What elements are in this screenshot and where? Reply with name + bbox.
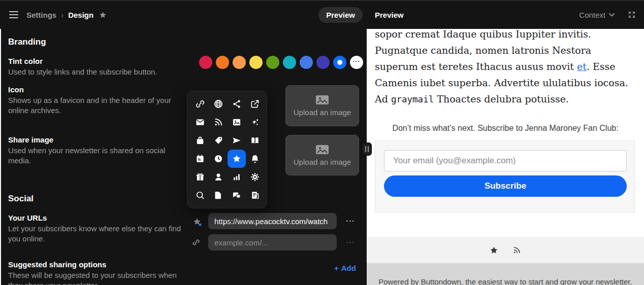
share-image-upload-box[interactable]: Upload an image	[285, 135, 359, 175]
picker-item-clock[interactable]	[209, 150, 228, 168]
email-input[interactable]	[384, 150, 627, 171]
url-input-2[interactable]	[208, 234, 337, 251]
more-colors-button[interactable]: ···	[350, 56, 363, 69]
preview-button[interactable]: Preview	[318, 7, 363, 23]
clock-icon	[213, 154, 223, 164]
picker-item-book-open[interactable]	[246, 131, 264, 150]
tint-swatch-orange[interactable]	[216, 56, 229, 69]
tint-swatch-bright-blue-selected[interactable]	[333, 56, 346, 69]
tint-swatch-yellow[interactable]	[249, 56, 263, 69]
panel-resize-handle[interactable]	[362, 142, 372, 156]
picker-item-envelope[interactable]	[191, 113, 209, 131]
preview-panel: Preview Context sopor cremat Idaque quib…	[367, 1, 644, 285]
picker-item-bell[interactable]	[246, 150, 264, 168]
envelope-icon	[195, 117, 205, 127]
user-icon	[213, 172, 223, 182]
left-edge-highlight	[0, 29, 1, 285]
picker-item-shopping-bag[interactable]	[191, 131, 209, 150]
suggested-sharing-description: These will be suggested to your subscrib…	[8, 270, 183, 285]
tint-swatch-crimson[interactable]	[199, 56, 212, 69]
send-icon	[232, 135, 242, 146]
powered-by-text: Powered by Buttondown, the easiest way t…	[367, 277, 644, 285]
chat-icon	[232, 190, 242, 200]
picker-item-search[interactable]	[191, 186, 209, 204]
picker-item-star-selected[interactable]	[228, 150, 246, 168]
social-heading: Social	[8, 194, 34, 204]
tint-swatch-blue[interactable]	[300, 56, 313, 69]
picker-item-newspaper[interactable]	[246, 186, 264, 204]
picker-item-image[interactable]	[228, 113, 246, 131]
bar-chart-icon	[232, 172, 242, 182]
sparkles-icon	[250, 117, 260, 127]
subscribe-card: Subscribe	[375, 140, 635, 212]
image-placeholder-icon	[315, 145, 329, 155]
picker-item-file[interactable]	[209, 186, 228, 204]
et-link[interactable]: et	[577, 61, 587, 72]
tint-swatch-teal[interactable]	[283, 56, 296, 69]
icon-description: Shows up as a favicon and in the header …	[8, 95, 183, 116]
image-icon	[232, 117, 242, 127]
upload-label: Upload an image	[294, 158, 351, 166]
rss-icon	[213, 117, 223, 127]
graymail-code: graymail	[391, 94, 434, 104]
icon-upload-box[interactable]: Upload an image	[285, 85, 359, 126]
context-label: Context	[579, 11, 605, 19]
gear-icon	[250, 172, 260, 182]
icon-label: Icon	[8, 85, 24, 94]
tint-swatch-light-orange[interactable]	[233, 56, 246, 69]
picker-item-bar-chart[interactable]	[228, 168, 246, 186]
subscribe-button[interactable]: Subscribe	[384, 175, 627, 197]
footer-rss-icon[interactable]	[512, 245, 522, 255]
footer-star-icon[interactable]	[489, 245, 499, 255]
tint-swatch-indigo[interactable]	[316, 56, 330, 69]
upload-label: Upload an image	[294, 108, 351, 117]
context-dropdown[interactable]: Context	[579, 11, 615, 19]
design-settings-page: Settings › Design Preview Branding Tint …	[0, 0, 644, 285]
subscribe-prompt: Don’t miss what’s next. Subscribe to Jen…	[367, 124, 644, 133]
favorite-star-icon[interactable]	[99, 11, 107, 19]
shopping-bag-icon	[195, 135, 205, 146]
picker-item-chat[interactable]	[228, 186, 246, 204]
picker-item-link[interactable]	[191, 95, 209, 113]
picker-item-share[interactable]	[228, 95, 246, 113]
paragraph-text: Thoactes delubra potuisse.	[434, 93, 569, 104]
picker-item-gift[interactable]	[191, 168, 209, 186]
newspaper-icon	[250, 190, 260, 200]
settings-panel: Settings › Design Preview Branding Tint …	[0, 1, 367, 285]
breadcrumb-settings[interactable]: Settings	[26, 11, 56, 19]
url-row-2-options-button[interactable]: ···	[344, 238, 357, 246]
hamburger-icon	[9, 11, 18, 18]
url-link-icon	[192, 238, 200, 246]
breadcrumb-current: Design	[68, 11, 93, 19]
your-urls-label: Your URLs	[8, 213, 47, 222]
picker-item-tag[interactable]	[209, 131, 228, 150]
search-icon	[195, 190, 205, 200]
picker-item-globe[interactable]	[209, 95, 228, 113]
breadcrumb-separator-icon: ›	[61, 11, 63, 19]
preview-footer-icons	[367, 237, 644, 263]
picker-item-external-link[interactable]	[246, 95, 264, 113]
globe-icon	[213, 99, 223, 109]
url-input-1[interactable]	[208, 213, 337, 229]
picker-item-sparkles[interactable]	[246, 113, 264, 131]
add-url-button[interactable]: + Add	[334, 264, 356, 272]
picker-item-gear[interactable]	[246, 168, 264, 186]
newsletter-preview-body: sopor cremat Idaque quibus Iuppiter invi…	[367, 29, 644, 237]
share-image-description: Used when your newsletter is shared on s…	[8, 146, 183, 166]
your-urls-description: Let your subscribers know where else the…	[8, 224, 183, 244]
url-row-1-options-button[interactable]: ···	[344, 217, 357, 225]
tint-color-label: Tint color	[8, 57, 43, 65]
picker-item-rss[interactable]	[209, 113, 228, 131]
picker-item-calendar[interactable]	[191, 150, 209, 168]
share-image-label: Share image	[8, 135, 53, 144]
file-icon	[213, 190, 223, 200]
book-open-icon	[250, 135, 260, 146]
fullscreen-icon	[628, 11, 636, 19]
menu-button[interactable]	[7, 8, 20, 21]
suggested-sharing-label: Suggested sharing options	[8, 260, 106, 269]
expand-button[interactable]	[628, 11, 636, 19]
picker-item-send[interactable]	[228, 131, 246, 150]
preview-title: Preview	[375, 11, 404, 19]
picker-item-user[interactable]	[209, 168, 228, 186]
tint-swatch-green[interactable]	[266, 56, 279, 69]
